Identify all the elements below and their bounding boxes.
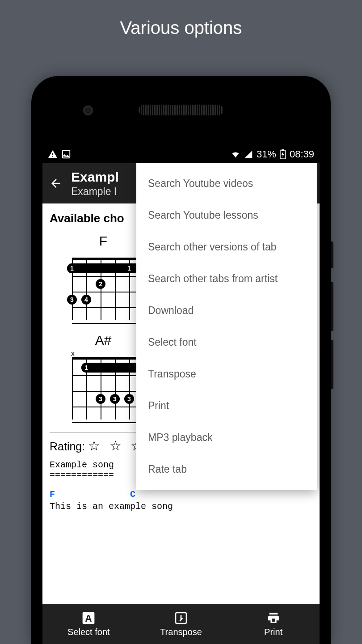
- menu-item[interactable]: Transpose: [136, 358, 317, 390]
- tab-chord-line: F C: [50, 488, 312, 500]
- fret-dot: 1: [124, 263, 134, 273]
- phone-camera: [83, 106, 93, 115]
- back-button[interactable]: [47, 174, 65, 192]
- battery-icon: [280, 149, 286, 159]
- print-icon: [266, 611, 281, 625]
- promo-title: Various options: [0, 0, 362, 38]
- fret-dot: 3: [110, 394, 120, 404]
- tab-lyric-line: This is an example song: [50, 500, 312, 513]
- bottombar-item-label: Select font: [67, 627, 110, 637]
- phone-side-button: [331, 282, 333, 331]
- wifi-icon: [231, 149, 240, 159]
- font-icon: A: [81, 611, 96, 625]
- phone-side-button: [331, 340, 333, 389]
- chord-name: A#: [67, 333, 139, 348]
- battery-percent: 31%: [257, 148, 276, 160]
- fret-dot: 3: [96, 394, 105, 404]
- page-subtitle: Example I: [71, 186, 119, 198]
- signal-icon: [244, 150, 253, 159]
- phone-frame: 31% 08:39 Exampl Example I Available cho…: [31, 76, 331, 644]
- bottombar-print[interactable]: Print: [227, 604, 320, 644]
- bottombar-transpose[interactable]: Transpose: [135, 604, 227, 644]
- fret-dot: 3: [124, 394, 134, 404]
- menu-item[interactable]: Search other versions of tab: [136, 231, 317, 263]
- image-icon: [61, 149, 71, 159]
- back-arrow-icon: [49, 177, 63, 190]
- fret-dot: 2: [96, 279, 105, 289]
- svg-rect-2: [282, 149, 284, 151]
- bottom-bar: A Select font Transpose Print: [42, 604, 320, 644]
- fret-dot: 4: [81, 295, 91, 305]
- transpose-icon: [174, 611, 188, 625]
- svg-text:A: A: [85, 613, 92, 624]
- bottombar-item-label: Transpose: [160, 627, 202, 637]
- chord-name: F: [67, 233, 139, 249]
- menu-item[interactable]: MP3 playback: [136, 422, 317, 453]
- menu-item[interactable]: Search Youtube videos: [136, 168, 317, 199]
- menu-item[interactable]: Search other tabs from artist: [136, 263, 317, 295]
- fretboard: 11333: [72, 357, 143, 419]
- menu-item[interactable]: Download: [136, 295, 317, 326]
- page-title: Exampl: [71, 169, 119, 185]
- fret-dot: 1: [81, 363, 91, 373]
- warning-icon: [48, 149, 58, 159]
- phone-side-button: [331, 242, 333, 268]
- clock-time: 08:39: [290, 148, 314, 160]
- menu-item[interactable]: Print: [136, 390, 317, 422]
- menu-item[interactable]: Rate tab: [136, 453, 317, 485]
- fret-dot: 1: [67, 263, 77, 273]
- status-bar: 31% 08:39: [42, 145, 320, 163]
- bottombar-select-font[interactable]: A Select font: [42, 604, 135, 644]
- fretboard: 111234: [72, 258, 143, 320]
- phone-speaker: [139, 105, 223, 115]
- phone-screen: 31% 08:39 Exampl Example I Available cho…: [42, 145, 320, 644]
- overflow-menu: Search Youtube videosSearch Youtube less…: [136, 163, 317, 490]
- menu-item[interactable]: Search Youtube lessons: [136, 199, 317, 231]
- bottombar-item-label: Print: [264, 627, 282, 637]
- fret-dot: 3: [67, 295, 77, 305]
- rating-label: Rating:: [50, 440, 85, 453]
- menu-item[interactable]: Select font: [136, 326, 317, 358]
